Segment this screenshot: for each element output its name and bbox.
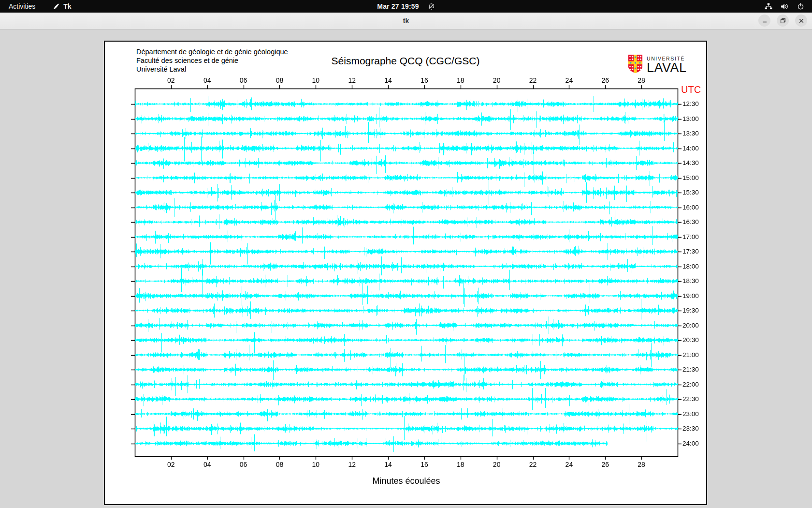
helicorder-plot xyxy=(105,42,706,504)
x-axis-title: Minutes écoulées xyxy=(135,476,678,486)
utc-axis-title: UTC xyxy=(681,84,701,95)
maximize-button[interactable] xyxy=(777,15,789,27)
power-icon[interactable] xyxy=(797,3,804,10)
window-titlebar[interactable]: tk xyxy=(0,13,812,30)
volume-icon[interactable] xyxy=(781,3,789,10)
clock-menu[interactable]: Mar 27 19:59 xyxy=(377,2,419,10)
focused-app-name: Tk xyxy=(63,2,71,10)
window-title: tk xyxy=(0,13,812,29)
notifications-muted-icon xyxy=(428,3,435,10)
focused-app-menu[interactable]: Tk xyxy=(53,2,71,10)
seismograph-canvas: Département de géologie et de génie géol… xyxy=(104,41,707,505)
activities-button[interactable]: Activities xyxy=(7,2,37,10)
close-button[interactable] xyxy=(795,15,807,27)
tk-window-body: Département de géologie et de génie géol… xyxy=(0,30,812,508)
minimize-button[interactable] xyxy=(758,15,770,27)
gnome-top-bar: Activities Tk Mar 27 19:59 xyxy=(0,0,812,13)
network-wired-icon[interactable] xyxy=(765,3,772,10)
tk-feather-icon xyxy=(53,3,60,10)
